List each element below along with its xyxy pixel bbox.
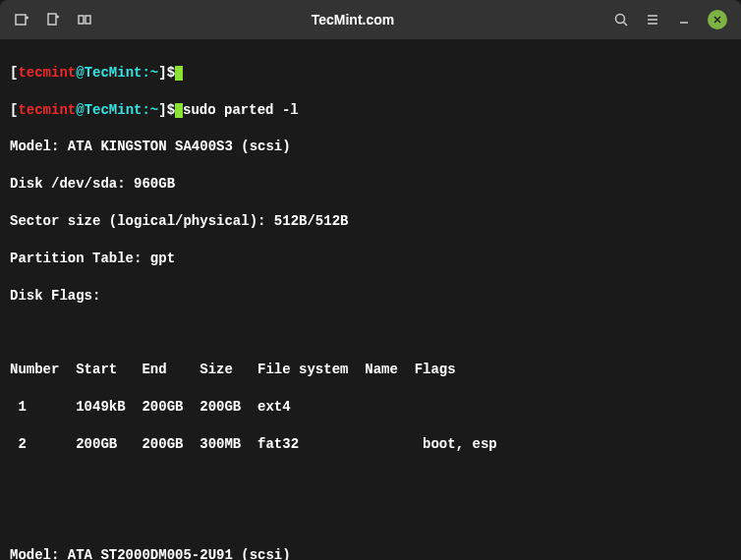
- prompt-symbol: $: [167, 102, 175, 118]
- split-icon[interactable]: [77, 12, 92, 28]
- output-line: Sector size (logical/physical): 512B/512…: [10, 212, 731, 231]
- prompt-line-2: [tecmint@TecMint:~]$sudo parted -l: [10, 101, 731, 120]
- titlebar-right: [613, 10, 727, 29]
- blank-line: [10, 323, 731, 342]
- minimize-icon[interactable]: [676, 12, 692, 28]
- svg-rect-3: [86, 16, 90, 24]
- new-tab-icon[interactable]: [14, 12, 29, 28]
- search-icon[interactable]: [613, 12, 629, 28]
- new-window-icon[interactable]: [45, 12, 61, 28]
- prompt-at: @: [76, 102, 84, 118]
- table-header: Number Start End Size File system Name F…: [10, 361, 731, 379]
- prompt-path: ~: [150, 65, 158, 81]
- output-line: Model: ATA KINGSTON SA400S3 (scsi): [10, 138, 731, 156]
- prompt-path: ~: [150, 102, 158, 118]
- prompt-at: @: [76, 65, 84, 81]
- prompt-line-1: [tecmint@TecMint:~]$: [10, 64, 731, 83]
- prompt-close: ]: [158, 102, 166, 118]
- prompt-user: tecmint: [18, 102, 76, 118]
- table-row: 2 200GB 200GB 300MB fat32 boot, esp: [10, 435, 731, 454]
- close-button[interactable]: [708, 10, 727, 29]
- output-line: Disk /dev/sda: 960GB: [10, 175, 731, 194]
- command-text: sudo parted -l: [183, 102, 299, 118]
- svg-rect-0: [16, 15, 26, 25]
- svg-point-4: [616, 15, 625, 24]
- window-title: TecMint.com: [92, 12, 613, 28]
- blank-line: [10, 472, 731, 490]
- output-line: Partition Table: gpt: [10, 250, 731, 268]
- prompt-symbol: $: [167, 65, 175, 81]
- svg-rect-1: [48, 14, 56, 25]
- cursor-icon: [175, 103, 183, 118]
- titlebar-left: [14, 12, 92, 28]
- titlebar: TecMint.com: [0, 0, 741, 39]
- prompt-user: tecmint: [18, 65, 76, 81]
- prompt-colon: :: [142, 65, 149, 81]
- prompt-close: ]: [158, 65, 166, 81]
- svg-rect-2: [79, 16, 84, 24]
- menu-icon[interactable]: [645, 12, 660, 28]
- prompt-host: TecMint: [85, 102, 142, 118]
- output-line: Model: ATA ST2000DM005-2U91 (scsi): [10, 546, 731, 560]
- table-row: 1 1049kB 200GB 200GB ext4: [10, 398, 731, 417]
- blank-line: [10, 509, 731, 528]
- cursor-icon: [175, 66, 183, 81]
- prompt-host: TecMint: [85, 65, 142, 81]
- output-line: Disk Flags:: [10, 287, 731, 306]
- prompt-colon: :: [142, 102, 149, 118]
- terminal-output[interactable]: [tecmint@TecMint:~]$ [tecmint@TecMint:~]…: [0, 39, 741, 560]
